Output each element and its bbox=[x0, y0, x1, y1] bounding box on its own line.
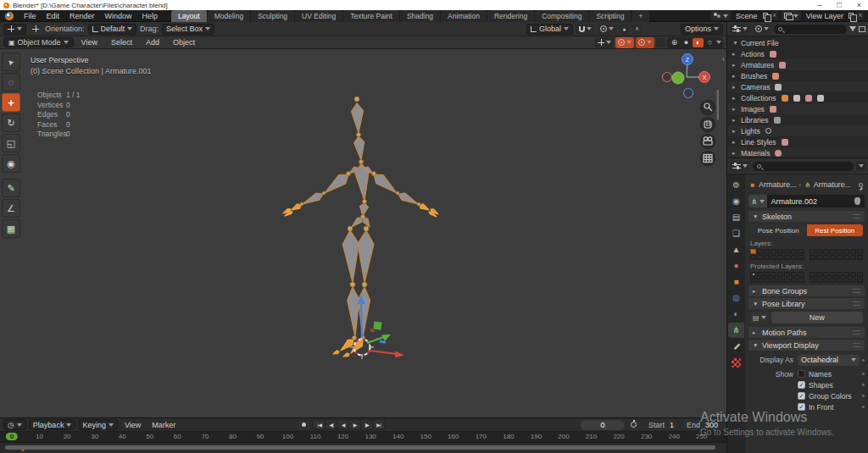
viewport-menu-select[interactable]: Select bbox=[105, 38, 138, 47]
viewport-menu-object[interactable]: Object bbox=[167, 38, 201, 47]
layer-toggle[interactable] bbox=[857, 255, 863, 260]
expand-icon[interactable]: ▸ bbox=[732, 51, 738, 58]
expand-icon[interactable]: ▸ bbox=[732, 139, 738, 146]
layer-toggle[interactable] bbox=[757, 249, 763, 254]
remove-view-layer-button[interactable]: × bbox=[856, 11, 865, 20]
pan-hand-button[interactable] bbox=[701, 118, 715, 132]
sidebar-toggle-icon[interactable]: ‹ bbox=[722, 54, 725, 64]
protected-layer-toggle[interactable] bbox=[784, 278, 790, 283]
armature-bone[interactable] bbox=[358, 287, 370, 337]
keying-dropdown[interactable]: Keying bbox=[78, 419, 118, 430]
protected-layer-toggle[interactable] bbox=[837, 278, 843, 283]
proportional-edit-dropdown[interactable] bbox=[598, 24, 616, 35]
outliner-item-images[interactable]: ▸Images bbox=[727, 103, 868, 114]
armature-bone[interactable] bbox=[354, 136, 364, 160]
falloff-button[interactable]: ● bbox=[620, 25, 629, 34]
shading-material-button[interactable]: ◐ bbox=[693, 38, 704, 47]
viewport-menu-add[interactable]: Add bbox=[140, 38, 165, 47]
layer-toggle[interactable] bbox=[784, 255, 790, 260]
expand-icon[interactable]: ▸ bbox=[732, 117, 738, 124]
timeline-scrollbar[interactable] bbox=[5, 445, 715, 450]
expand-icon[interactable]: ▼ bbox=[732, 40, 738, 46]
ruler-tick[interactable]: 170 bbox=[476, 433, 487, 440]
ruler-tick[interactable]: 30 bbox=[91, 433, 98, 440]
select-box-tool[interactable]: ➤ bbox=[2, 52, 20, 71]
shading-rendered-button[interactable]: ○ bbox=[704, 38, 715, 47]
annotate-tool[interactable]: ✎ bbox=[2, 179, 20, 197]
constraints-properties-tab[interactable]: ◐ bbox=[728, 307, 744, 322]
outliner-item-cameras[interactable]: ▸Cameras bbox=[727, 81, 868, 92]
play-button[interactable]: ▶ bbox=[349, 420, 360, 429]
protected-layer-toggle[interactable] bbox=[771, 278, 776, 283]
timeline-ruler[interactable]: 0102030405060708090100110120130140150160… bbox=[0, 432, 726, 443]
menu-help[interactable]: Help bbox=[137, 12, 164, 20]
protected-layer-toggle[interactable] bbox=[777, 278, 783, 283]
xray-button[interactable] bbox=[656, 38, 665, 47]
view-layer-properties-tab[interactable]: ❏ bbox=[728, 226, 744, 241]
workspace-tab-sculpting[interactable]: Sculpting bbox=[251, 10, 295, 22]
layer-toggle[interactable] bbox=[816, 255, 822, 260]
layer-toggle[interactable] bbox=[750, 255, 756, 260]
layer-toggle[interactable] bbox=[777, 249, 783, 254]
layer-toggle[interactable] bbox=[857, 249, 863, 254]
protected-layer-toggle[interactable] bbox=[823, 278, 829, 283]
previous-keyframe-button[interactable]: ◀| bbox=[326, 420, 337, 429]
protected-layer-toggle[interactable] bbox=[791, 272, 797, 277]
ruler-tick[interactable]: 120 bbox=[337, 433, 348, 440]
zoom-button[interactable] bbox=[701, 101, 715, 115]
ruler-tick[interactable]: 40 bbox=[119, 433, 126, 440]
ruler-tick[interactable]: 70 bbox=[201, 433, 209, 440]
physics-properties-tab[interactable]: ◎ bbox=[728, 290, 744, 306]
scene-properties-tab[interactable]: ▲ bbox=[728, 242, 744, 257]
scale-tool[interactable]: ◱ bbox=[2, 134, 20, 152]
shading-dropdown-icon[interactable] bbox=[716, 41, 721, 44]
display-as-dropdown[interactable]: Octahedral bbox=[798, 355, 860, 366]
timeline-menu-marker[interactable]: Marker bbox=[147, 421, 180, 429]
expand-icon[interactable]: ▸ bbox=[732, 73, 738, 80]
timeline-menu-view[interactable]: View bbox=[120, 421, 145, 429]
ruler-tick[interactable]: 100 bbox=[282, 433, 293, 440]
play-reverse-button[interactable]: ◀ bbox=[337, 420, 348, 429]
ruler-tick[interactable]: 250 bbox=[696, 433, 707, 440]
cursor-tool[interactable]: ◌ bbox=[2, 73, 20, 91]
ruler-tick[interactable]: 150 bbox=[420, 433, 431, 440]
ruler-tick[interactable]: 160 bbox=[448, 433, 459, 440]
view-layer-name[interactable]: View Layer bbox=[804, 12, 846, 20]
protected-layer-toggle[interactable] bbox=[816, 272, 822, 277]
breadcrumb-object[interactable]: ■Armature... bbox=[748, 180, 797, 189]
layer-toggle[interactable] bbox=[764, 249, 770, 254]
layer-toggle[interactable] bbox=[830, 249, 836, 254]
outliner-item-line-styles[interactable]: ▸Line Styles bbox=[727, 136, 868, 147]
protected-layer-toggle[interactable] bbox=[798, 272, 804, 277]
unlink-scene-button[interactable]: × bbox=[771, 11, 779, 20]
frame-start-field[interactable]: Start1 bbox=[643, 420, 679, 430]
new-view-layer-icon[interactable] bbox=[849, 13, 854, 19]
data-type-dropdown[interactable]: ⋔ bbox=[748, 195, 767, 207]
armature-bone[interactable] bbox=[348, 287, 359, 337]
workspace-tab-uv-editing[interactable]: UV Editing bbox=[295, 10, 343, 22]
expand-icon[interactable]: ▸ bbox=[732, 62, 738, 69]
new-scene-icon[interactable] bbox=[763, 13, 768, 19]
viewport-overlays-toggle[interactable] bbox=[615, 37, 634, 48]
navigation-gizmo[interactable]: Z X bbox=[663, 54, 710, 98]
layer-toggle[interactable] bbox=[843, 249, 849, 254]
layer-toggle[interactable] bbox=[750, 249, 756, 254]
jump-to-start-button[interactable]: |◀ bbox=[314, 420, 325, 429]
layer-toggle[interactable] bbox=[784, 249, 790, 254]
workspace-tab-shading[interactable]: Shading bbox=[400, 10, 441, 22]
checkbox-in-front[interactable]: ✓ bbox=[798, 403, 805, 411]
ruler-tick[interactable]: 50 bbox=[146, 433, 153, 440]
protected-layer-toggle[interactable] bbox=[850, 278, 856, 283]
ruler-tick[interactable]: 240 bbox=[669, 433, 680, 440]
ruler-tick[interactable]: 80 bbox=[229, 433, 236, 440]
ruler-tick[interactable]: 140 bbox=[392, 433, 403, 440]
armature-bone[interactable] bbox=[374, 174, 397, 193]
minimize-button[interactable]: – bbox=[817, 1, 821, 9]
workspace-tab-texture-paint[interactable]: Texture Paint bbox=[343, 10, 400, 22]
layer-toggle[interactable] bbox=[843, 255, 849, 260]
maximize-button[interactable]: □ bbox=[837, 1, 841, 9]
transform-pivot-dropdown[interactable]: Global bbox=[526, 24, 573, 35]
view-layer-selector[interactable] bbox=[782, 11, 801, 20]
protected-layer-toggle[interactable] bbox=[830, 278, 836, 283]
ruler-tick[interactable]: 20 bbox=[64, 433, 71, 440]
